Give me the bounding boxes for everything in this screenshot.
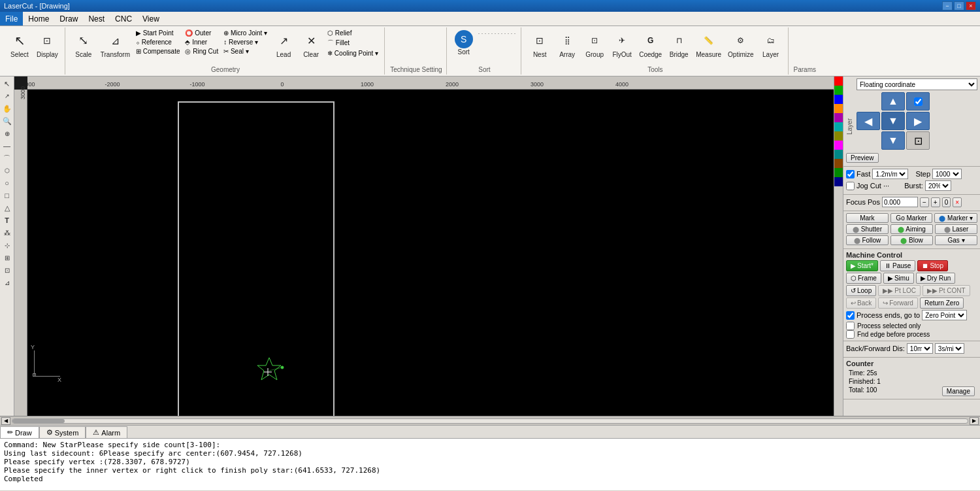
canvas-viewport[interactable]	[27, 90, 834, 416]
tool-grid[interactable]: ⊞	[1, 252, 13, 263]
nest-btn[interactable]: ⊡ Nest	[527, 29, 553, 59]
nav-extra[interactable]: ⊡	[906, 131, 930, 150]
nav-down[interactable]: ▼	[881, 131, 905, 150]
focus-zero-btn[interactable]: 0	[942, 197, 951, 207]
tool-circle[interactable]: ○	[1, 177, 13, 189]
laser-btn[interactable]: ⬤ Laser	[935, 224, 977, 234]
layer-color-1[interactable]	[834, 86, 843, 95]
jogcut-checkbox[interactable]	[846, 182, 855, 190]
tool-zoomplus[interactable]: ⊕	[1, 127, 13, 139]
hscroll[interactable]: ◀ ▶	[0, 416, 980, 425]
maximize-btn[interactable]: □	[954, 1, 964, 10]
layer-color-8[interactable]	[834, 150, 843, 159]
layer-color-9[interactable]	[834, 159, 843, 168]
coedge-btn[interactable]: G Coedge	[636, 29, 664, 59]
stop-btn[interactable]: ⏹ Stop	[917, 260, 948, 271]
pt-cont-btn[interactable]: ▶▶ Pt CONT	[923, 285, 970, 296]
tool-frame[interactable]: ⊡	[1, 264, 13, 276]
canvas-area[interactable]: -3000 -2000 -1000 0 1000 2000 3000 4000 …	[14, 76, 834, 416]
nav-left[interactable]: ◀	[857, 112, 880, 130]
menu-home[interactable]: Home	[23, 12, 54, 25]
menu-cnc[interactable]: CNC	[110, 12, 137, 25]
pt-loc-btn[interactable]: ▶▶ Pt LOC	[878, 285, 921, 296]
tool-arc[interactable]: ⌒	[1, 152, 13, 164]
hscroll-left[interactable]: ◀	[1, 417, 10, 425]
nav-down-center[interactable]: ▼	[881, 112, 905, 130]
tool-select[interactable]: ↖	[1, 78, 13, 90]
nav-right[interactable]: ▶	[906, 112, 930, 130]
tool-line[interactable]: —	[1, 140, 13, 152]
focus-pos-input[interactable]	[882, 197, 918, 207]
fast-checkbox[interactable]	[846, 170, 855, 178]
micro-joint-btn[interactable]: ⊕ Micro Joint ▾	[221, 29, 269, 37]
tool-zoom[interactable]: 🔍	[1, 115, 13, 127]
layer-color-4[interactable]	[834, 113, 843, 122]
tab-draw[interactable]: ✏ Draw	[0, 426, 39, 438]
optimize-btn[interactable]: ⚙ Optimize	[725, 29, 756, 59]
menu-nest[interactable]: Nest	[83, 12, 110, 25]
focus-minus-btn[interactable]: −	[920, 197, 929, 207]
compensate-btn[interactable]: ⊞ Compensate	[134, 47, 182, 56]
start-btn[interactable]: ▶ Start*	[846, 260, 878, 271]
tool-hand[interactable]: ✋	[1, 103, 13, 114]
scale-btn[interactable]: ⤡ Scale	[71, 29, 97, 59]
tool-poly[interactable]: ⬡	[1, 165, 13, 177]
relief-btn[interactable]: ⬡ Relief	[325, 29, 380, 37]
fast-value-select[interactable]: 1.2m/mi	[872, 169, 908, 179]
tab-alarm[interactable]: ⚠ Alarm	[86, 426, 127, 438]
tool-star[interactable]: ⁂	[1, 227, 13, 239]
process-selected-checkbox[interactable]	[846, 322, 855, 330]
shutter-btn[interactable]: ⬤ Shutter	[846, 224, 889, 234]
group-btn[interactable]: ⊡ Group	[581, 29, 608, 59]
follow-btn[interactable]: ⬤ Follow	[846, 235, 889, 245]
hscroll-track[interactable]	[12, 418, 968, 424]
clear-btn[interactable]: ✕ Clear	[298, 29, 324, 59]
cooling-btn[interactable]: ❄ Cooling Point ▾	[325, 49, 380, 58]
nav-up[interactable]: ▲	[881, 92, 905, 110]
back-btn[interactable]: ↩ Back	[846, 297, 876, 309]
lead-btn[interactable]: ↗ Lead	[270, 29, 297, 59]
layer-color-11[interactable]	[834, 177, 843, 186]
marker-btn[interactable]: ⬤ Marker ▾	[934, 213, 977, 223]
tool-select2[interactable]: ↗	[1, 90, 13, 102]
go-marker-btn[interactable]: Go Marker	[890, 213, 933, 223]
frame-btn[interactable]: ⬡ Frame	[846, 273, 881, 284]
transform-btn[interactable]: ⊿ Transform	[98, 29, 133, 59]
hscroll-thumb[interactable]	[12, 419, 65, 423]
measure-btn[interactable]: 📏 Measure	[693, 29, 724, 59]
reverse-btn[interactable]: ↕ Reverse ▾	[221, 38, 269, 46]
tab-system[interactable]: ⚙ System	[39, 426, 86, 438]
tool-transform2[interactable]: ⊿	[1, 277, 13, 288]
tool-triangle[interactable]: △	[1, 202, 13, 214]
layer-color-5[interactable]	[834, 122, 843, 131]
process-ends-checkbox[interactable]	[846, 311, 855, 320]
simu-btn[interactable]: ▶ Simu	[883, 273, 914, 284]
display-btn[interactable]: ⊡ Display	[34, 29, 61, 59]
back-forward-speed[interactable]: 3s/min	[935, 343, 964, 354]
start-point-btn[interactable]: ▶ Start Point	[134, 29, 182, 37]
forward-btn[interactable]: ↪ Forward	[878, 297, 918, 309]
outer-btn[interactable]: ⭕ Outer	[183, 29, 220, 37]
reference-btn[interactable]: ⬦ Reference	[134, 38, 182, 46]
layer-color-10[interactable]	[834, 168, 843, 177]
layer-check-input[interactable]	[914, 97, 923, 106]
back-forward-dist[interactable]: 10mm	[907, 343, 933, 354]
pause-btn[interactable]: ⏸ Pause	[880, 260, 915, 271]
process-ends-select[interactable]: Zero Point	[922, 310, 967, 320]
select-btn[interactable]: ↖ Select	[7, 29, 33, 59]
loop-btn[interactable]: ↺ Loop	[846, 285, 876, 296]
manage-btn[interactable]: Manage	[942, 386, 975, 396]
focus-close-btn[interactable]: ×	[953, 197, 962, 207]
layer-color-3[interactable]	[834, 104, 843, 113]
layer-color-6[interactable]	[834, 131, 843, 141]
layer-btn[interactable]: 🗂 Layer	[758, 29, 784, 59]
preview-btn[interactable]: Preview	[846, 153, 879, 163]
find-edge-checkbox[interactable]	[846, 330, 855, 339]
fillet-btn[interactable]: ⌒ Fillet	[325, 38, 380, 48]
sort-btn[interactable]: S Sort	[452, 29, 476, 57]
seal-btn[interactable]: ✂ Seal ▾	[221, 47, 269, 56]
close-btn[interactable]: ×	[966, 1, 976, 10]
menu-draw[interactable]: Draw	[54, 12, 83, 25]
return-zero-btn[interactable]: Return Zero	[920, 297, 964, 309]
minimize-btn[interactable]: −	[942, 1, 953, 10]
